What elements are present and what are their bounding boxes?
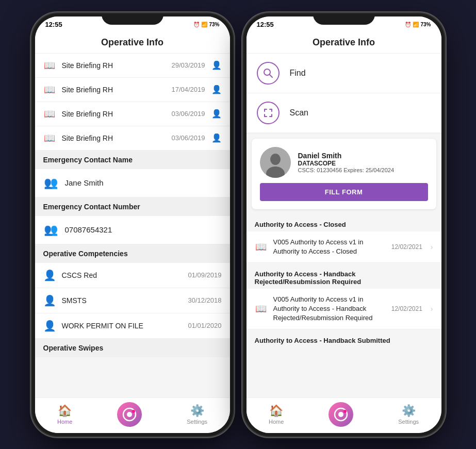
chevron-right-icon: › [431,243,433,251]
person-orange-icon: 👤 [43,294,56,307]
scan-icon [257,102,280,124]
person-icon: 👤 [211,85,222,94]
competency-item: 👤 WORK PERMIT ON FILE 01/01/2020 [35,313,230,339]
content-left[interactable]: 📖 Site Briefing RH 29/03/2019 👤 📖 Site B… [35,54,230,397]
contact-number-item: 👥 07087654321 [35,216,230,244]
settings-icon-right: ⚙️ [402,404,416,418]
find-icon [257,62,280,85]
scan-item[interactable]: Scan [247,93,441,133]
content-right[interactable]: Find [247,54,441,397]
svg-point-2 [132,410,135,413]
app-header-left: Operative Info [35,31,230,54]
svg-rect-8 [271,109,272,112]
time-right: 12:55 [257,21,274,28]
right-phone: 12:55 ⏰ 📶 73% Operative Info [243,13,445,436]
person-icon: 👤 [211,60,222,70]
notch-left [102,13,163,25]
section-emergency-contact-name: Emergency Contact Name [35,151,230,169]
svg-rect-6 [264,109,265,112]
bottom-nav-left: 🏠 Home ⚙️ Settings [35,397,230,433]
svg-point-14 [270,154,281,165]
center-logo-right [329,402,353,427]
book-icon: 📖 [43,60,56,71]
nav-logo-left[interactable] [117,402,142,427]
nav-home-right[interactable]: 🏠 Home [269,404,284,425]
find-item[interactable]: Find [247,54,441,93]
contact-name-item: 👥 Jane Smith [35,169,230,197]
status-icons-left: ⏰ 📶 73% [193,22,219,27]
fill-form-button[interactable]: FILL FORM [260,183,428,201]
list-item[interactable]: 📖 Site Briefing RH 29/03/2019 👤 [35,54,230,78]
app-header-right: Operative Info [247,31,441,54]
book-authority-icon: 📖 [255,241,267,253]
authority-item[interactable]: 📖 V005 Authority to Access v1 in Authori… [247,231,441,263]
status-icons-right: ⏰ 📶 73% [405,22,431,27]
authority-section-submitted: Authority to Access - Handback Submitted [247,330,441,347]
nav-logo-right[interactable] [329,402,353,427]
find-scan-section: Find [247,54,441,134]
nav-home-left[interactable]: 🏠 Home [57,404,72,425]
left-phone: 12:55 ⏰ 📶 73% Operative Info 📖 Site Brie… [32,13,233,436]
svg-point-18 [343,410,347,413]
profile-cscs: CSCS: 01230456 Expires: 25/04/2024 [298,167,428,173]
people-icon: 👥 [43,176,59,190]
authority-section-closed: Authority to Access - Closed [247,214,441,231]
svg-point-1 [127,412,132,417]
svg-rect-10 [264,114,265,117]
section-emergency-number: Emergency Contact Number [35,197,230,216]
authority-item[interactable]: 📖 V005 Authority to Access v1 in Authori… [247,289,441,330]
battery-left: 73% [209,22,219,27]
list-item[interactable]: 📖 Site Briefing RH 03/06/2019 👤 [35,126,230,151]
bottom-nav-right: 🏠 Home ⚙️ Settings [247,397,441,433]
book-icon: 📖 [43,108,56,120]
book-icon: 📖 [43,132,56,144]
phone-people-icon: 👥 [43,223,59,237]
book-icon: 📖 [43,84,56,95]
competency-item: 👤 SMSTS 30/12/2018 [35,288,230,313]
chevron-right2-icon: › [431,305,433,313]
svg-point-3 [264,69,270,75]
svg-line-4 [270,75,272,77]
avatar [260,147,291,178]
settings-icon: ⚙️ [190,404,204,418]
person-icon: 👤 [211,109,222,119]
authority-section-rejected: Authority to Access - Handback Rejected/… [247,264,441,289]
person-green-icon: 👤 [43,269,56,281]
person-green2-icon: 👤 [43,320,56,332]
center-logo-left [117,402,142,427]
battery-right: 73% [420,22,431,27]
book-authority2-icon: 📖 [255,303,267,314]
home-icon-right: 🏠 [269,404,283,418]
nav-settings-right[interactable]: ⚙️ Settings [398,404,419,425]
time-left: 12:55 [45,21,62,28]
person-icon: 👤 [211,133,222,143]
home-icon: 🏠 [58,404,72,418]
profile-company: DATASCOPE [298,160,428,167]
profile-name: Daniel Smith [298,152,428,160]
section-competencies: Operative Competencies [35,244,230,263]
list-item[interactable]: 📖 Site Briefing RH 17/04/2019 👤 [35,78,230,102]
competency-item: 👤 CSCS Red 01/09/2019 [35,263,230,288]
find-label: Find [290,69,306,78]
list-item[interactable]: 📖 Site Briefing RH 03/06/2019 👤 [35,102,230,126]
scan-label: Scan [290,108,308,118]
section-operative-swipes: Operative Swipes [35,339,230,357]
svg-rect-12 [271,114,272,117]
svg-point-17 [338,412,343,417]
profile-card: Daniel Smith DATASCOPE CSCS: 01230456 Ex… [252,139,436,209]
nav-settings-left[interactable]: ⚙️ Settings [187,404,207,425]
notch-right [313,13,375,25]
